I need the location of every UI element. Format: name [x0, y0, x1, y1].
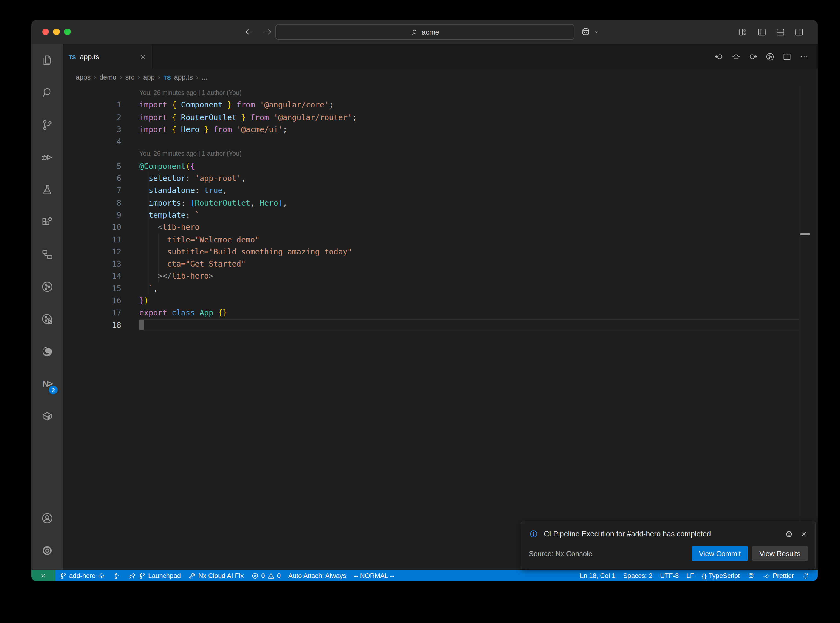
line-number: 17	[63, 307, 121, 319]
more-actions-button[interactable]	[799, 52, 809, 61]
window-controls[interactable]	[42, 29, 71, 35]
close-window-button[interactable]	[42, 29, 49, 35]
customize-layout-button[interactable]	[738, 27, 748, 37]
activity-project-graph[interactable]	[34, 241, 60, 268]
blame-annotation[interactable]: You, 26 minutes ago | 1 author (You)	[63, 148, 817, 160]
activity-extensions[interactable]	[34, 209, 60, 235]
code-line-10[interactable]: 10 <lib-hero	[63, 221, 817, 234]
forward-button[interactable]	[263, 27, 273, 37]
code-line-1[interactable]: 1import { Component } from '@angular/cor…	[63, 99, 817, 111]
gitlens-icon	[41, 280, 54, 293]
activity-nx-console[interactable]: N>2	[34, 371, 60, 397]
split-editor-button[interactable]	[782, 52, 792, 61]
activity-source-control[interactable]	[34, 112, 60, 138]
blame-text: You, 26 minutes ago | 1 author (You)	[139, 87, 242, 99]
code-line-3[interactable]: 3import { Hero } from '@acme/ui';	[63, 123, 817, 136]
code-line-5[interactable]: 5@Component({	[63, 160, 817, 172]
code-line-9[interactable]: 9 template: `	[63, 209, 817, 221]
activity-gitlens[interactable]	[34, 274, 60, 300]
toggle-secondary-sidebar-button[interactable]	[794, 27, 804, 37]
notifications-bell[interactable]	[798, 570, 813, 581]
language-status[interactable]: {}TypeScript	[698, 570, 744, 581]
tab-bar: TS app.ts	[63, 44, 817, 69]
encoding-status[interactable]: UTF-8	[656, 570, 683, 581]
breadcrumb[interactable]: apps›demo›src›app›TSapp.ts›...	[63, 69, 817, 86]
copilot-status[interactable]	[744, 570, 759, 581]
gitlens-diff-previous-button[interactable]	[714, 52, 724, 61]
code-line-14[interactable]: 14 ></lib-hero>	[63, 270, 817, 282]
cursor-position-status[interactable]: Ln 18, Col 1	[576, 570, 619, 581]
code-line-7[interactable]: 7 standalone: true,	[63, 184, 817, 197]
code-line-12[interactable]: 12 subtitle="Build something amazing tod…	[63, 246, 817, 258]
commit-graph-icon	[113, 572, 121, 579]
blame-annotation[interactable]: You, 26 minutes ago | 1 author (You)	[63, 87, 817, 99]
activity-edge-devtools[interactable]	[34, 338, 60, 365]
problems-status[interactable]: 00	[247, 570, 284, 581]
minimize-window-button[interactable]	[53, 29, 60, 35]
code-line-6[interactable]: 6 selector: 'app-root',	[63, 172, 817, 184]
git-branch-status[interactable]: add-hero	[55, 570, 109, 581]
status-bar-right: Ln 18, Col 1Spaces: 2UTF-8LF{}TypeScript…	[576, 570, 817, 581]
notification-settings-icon[interactable]	[785, 529, 793, 538]
breadcrumb-item-app[interactable]: app	[143, 74, 155, 81]
toggle-panel-button[interactable]	[775, 27, 786, 37]
line-number: 9	[63, 209, 121, 221]
workflow-icon	[41, 248, 54, 261]
code-line-4[interactable]: 4	[63, 135, 817, 148]
breadcrumb-item-file[interactable]: app.ts	[174, 74, 193, 81]
breadcrumb-symbol-ellipsis[interactable]: ...	[202, 74, 207, 81]
zoom-window-button[interactable]	[64, 29, 71, 35]
code-line-15[interactable]: 15 `,	[63, 282, 817, 295]
activity-search[interactable]	[34, 80, 60, 106]
activity-testing[interactable]	[34, 176, 60, 203]
code-editor[interactable]: You, 26 minutes ago | 1 author (You)1imp…	[63, 86, 817, 570]
code-line-11[interactable]: 11 title="Welcmoe demo"	[63, 233, 817, 246]
toggle-primary-sidebar-button[interactable]	[757, 27, 767, 37]
activity-explorer[interactable]	[34, 47, 60, 74]
eol-status[interactable]: LF	[683, 570, 698, 581]
activity-settings[interactable]	[34, 537, 60, 564]
overview-ruler[interactable]	[799, 86, 817, 570]
breadcrumb-item-apps[interactable]: apps	[76, 74, 91, 81]
remote-indicator[interactable]	[31, 570, 55, 581]
code-line-8[interactable]: 8 imports: [RouterOutlet, Hero],	[63, 196, 817, 209]
activity-run-debug[interactable]	[34, 144, 60, 170]
prettier-status[interactable]: Prettier	[759, 570, 798, 581]
gitlens-inspect-icon	[41, 313, 54, 326]
tab-close-icon[interactable]	[139, 53, 146, 60]
copilot-icon	[748, 572, 755, 579]
gitlens-commit-graph-button[interactable]	[765, 52, 775, 61]
code-line-16[interactable]: 16})	[63, 295, 817, 307]
code-line-13[interactable]: 13 cta="Get Started"	[63, 258, 817, 270]
blame-text: You, 26 minutes ago | 1 author (You)	[139, 148, 242, 160]
code-line-2[interactable]: 2import { RouterOutlet } from '@angular/…	[63, 111, 817, 123]
commit-graph-status[interactable]	[109, 570, 124, 581]
activity-containers[interactable]	[34, 403, 60, 430]
gitlens-diff-next-button[interactable]	[748, 52, 758, 61]
back-button[interactable]	[244, 27, 254, 37]
activity-gitlens-inspect[interactable]	[34, 306, 60, 332]
gitlens-open-changes-button[interactable]	[731, 52, 741, 61]
code-line-17[interactable]: 17export class App {}	[63, 307, 817, 319]
activity-accounts[interactable]	[34, 505, 60, 531]
line-number: 6	[63, 172, 121, 184]
chevron-down-icon	[594, 29, 600, 35]
view-results-button[interactable]: View Results	[752, 546, 808, 561]
launchpad-status[interactable]: Launchpad	[124, 570, 184, 581]
copilot-menu[interactable]	[580, 20, 600, 44]
indentation-status[interactable]: Spaces: 2	[619, 570, 656, 581]
tab-app-ts[interactable]: TS app.ts	[63, 44, 152, 69]
breadcrumb-item-demo[interactable]: demo	[99, 74, 117, 81]
view-commit-button[interactable]: View Commit	[692, 546, 748, 561]
line-number: 14	[63, 270, 121, 282]
edge-icon	[41, 345, 54, 358]
nx-cloud-ai-fix-status[interactable]: Nx Cloud AI Fix	[184, 570, 247, 581]
code-line-18[interactable]: 18	[63, 319, 817, 331]
auto-attach-status[interactable]: Auto Attach: Always	[284, 570, 350, 581]
vim-mode-status[interactable]: -- NORMAL --	[350, 570, 398, 581]
command-center-search[interactable]: acme	[275, 24, 574, 40]
breadcrumb-item-src[interactable]: src	[125, 74, 134, 81]
status-bar-left: add-heroLaunchpadNx Cloud AI Fix00Auto A…	[55, 570, 398, 581]
beaker-icon	[41, 183, 54, 196]
notification-close-icon[interactable]	[800, 529, 808, 538]
